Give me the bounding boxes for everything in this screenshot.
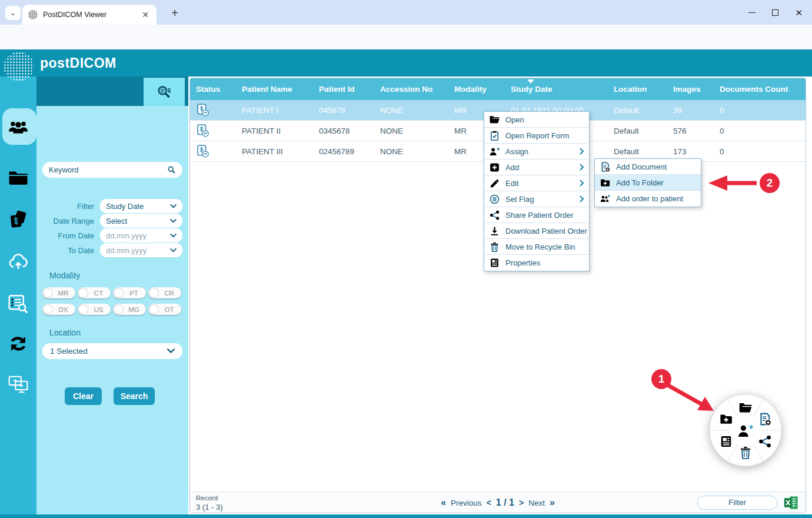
toggle-knob [149, 305, 158, 314]
radial-assign-person-icon[interactable] [738, 423, 753, 439]
cell-images: 576 [667, 121, 714, 141]
submenu-item-add-order-to-patient[interactable]: Add order to patient [595, 191, 701, 207]
menu-item-edit[interactable]: Edit [484, 175, 589, 191]
next-page-button[interactable]: Next [528, 499, 545, 507]
menu-item-download-patient-order[interactable]: Download Patient Order [484, 223, 589, 239]
from-date-select[interactable]: dd.mm.yyyy [100, 228, 182, 243]
column-header-accession-no[interactable]: Accession No [374, 78, 448, 100]
modality-toggle-us[interactable]: US [78, 304, 111, 315]
menu-item-assign[interactable]: Assign [484, 144, 589, 160]
toggle-knob [114, 305, 123, 314]
radial-add-to-folder-icon[interactable] [720, 413, 733, 426]
tab-advanced-search[interactable] [144, 78, 185, 106]
modality-toggle-mg[interactable]: MG [113, 304, 146, 315]
share-icon [490, 210, 500, 220]
menu-item-open[interactable]: Open [484, 112, 589, 128]
folder-open-icon [490, 115, 500, 125]
keyword-input[interactable] [49, 165, 167, 174]
filter-button[interactable]: Filter [697, 496, 777, 510]
to-date-value: dd.mm.yyyy [106, 246, 170, 255]
modality-pt-label: PT [123, 290, 145, 297]
first-page-icon[interactable]: « [441, 497, 446, 508]
menu-item-add[interactable]: Add [484, 160, 589, 175]
column-header-status[interactable]: Status [190, 78, 236, 100]
sidebar-item-folders[interactable] [8, 168, 28, 188]
radial-share-icon[interactable] [758, 435, 771, 448]
menu-item-share-patient-order[interactable]: Share Patient Order [484, 207, 589, 223]
radial-trash-icon[interactable] [739, 446, 752, 459]
last-page-icon[interactable]: » [550, 497, 555, 508]
sidebar-item-studies[interactable] [8, 210, 28, 230]
clear-button[interactable]: Clear [65, 387, 102, 405]
next-page-icon[interactable]: > [519, 498, 524, 507]
modality-toggle-cr[interactable]: CR [148, 287, 181, 298]
cell-images: 39 [667, 100, 714, 120]
modality-toggle-ot[interactable]: OT [148, 304, 181, 315]
cell-accession-no: NONE [374, 121, 448, 141]
modality-toggle-mr[interactable]: MR [42, 287, 75, 298]
location-select[interactable]: 1 Selected [42, 343, 182, 359]
previous-page-icon[interactable]: < [487, 498, 491, 507]
sort-descending-icon [527, 79, 534, 84]
window-controls: ✕ [748, 0, 812, 25]
sidebar-item-upload[interactable] [8, 251, 28, 271]
column-header-patient-id[interactable]: Patient Id [313, 78, 374, 100]
browser-toolbar: ← → ↻ germany.postdicom.com/Viewer/Main … [0, 25, 812, 49]
location-value: 1 Selected [50, 347, 167, 356]
search-panel: Search Filter Study Date Date Range Sele… [36, 77, 188, 514]
new-tab-button[interactable]: + [167, 5, 183, 22]
export-excel-icon[interactable] [784, 495, 798, 510]
cell-documents: 0 [714, 141, 806, 161]
modality-ot-label: OT [158, 306, 180, 313]
sidebar-item-order-list[interactable] [8, 294, 28, 314]
sidebar-item-patients[interactable] [8, 117, 28, 137]
study-status-icon [196, 124, 210, 138]
postdicom-logo: postDICOM [40, 55, 117, 71]
window-close-button[interactable]: ✕ [795, 8, 803, 17]
toggle-knob [44, 305, 52, 314]
submenu-item-add-document[interactable]: Add Document [595, 159, 701, 175]
column-header-study-date[interactable]: Study Date [505, 78, 608, 100]
modality-toggle-pt[interactable]: PT [113, 287, 146, 298]
modality-toggle-ct[interactable]: CT [78, 287, 111, 298]
tab-close-icon[interactable]: ✕ [140, 10, 151, 19]
search-button[interactable]: Search [114, 387, 155, 405]
sidebar-item-sync[interactable] [8, 334, 28, 354]
column-header-documents-count[interactable]: Documents Count [714, 78, 806, 100]
menu-item-set-flag[interactable]: Set Flag [484, 191, 589, 207]
column-header-images[interactable]: Images [667, 78, 714, 100]
previous-page-button[interactable]: Previous [451, 499, 482, 507]
record-range: 3 (1 - 3) [196, 503, 223, 513]
modality-us-label: US [88, 306, 109, 313]
date-range-select[interactable]: Select [100, 214, 182, 228]
sidebar [0, 77, 36, 514]
menu-item-move-to-recycle-bin[interactable]: Move to Recycle Bin [484, 239, 589, 255]
table-footer: Record 3 (1 - 3) « Previous < 1 / 1 > Ne… [190, 492, 806, 513]
filter-row: Filter Study Date [36, 199, 188, 214]
download-icon [490, 226, 500, 236]
keyword-field[interactable] [42, 162, 182, 178]
radial-open-folder-icon[interactable] [739, 401, 752, 414]
browser-tab[interactable]: PostDICOM Viewer ✕ [22, 5, 157, 25]
modality-toggle-dx[interactable]: DX [42, 304, 75, 315]
annotation-step-2-badge: 2 [760, 173, 780, 193]
radial-properties-icon[interactable] [720, 435, 733, 448]
modality-cr-label: CR [158, 290, 180, 297]
record-count: Record 3 (1 - 3) [196, 494, 223, 513]
column-header-patient-name[interactable]: Patient Name [236, 78, 313, 100]
to-date-select[interactable]: dd.mm.yyyy [100, 243, 182, 257]
trash-icon [490, 242, 500, 252]
maximize-button[interactable] [772, 9, 778, 16]
column-header-modality[interactable]: Modality [448, 78, 505, 100]
submenu-item-add-to-folder[interactable]: Add To Folder [595, 175, 701, 191]
plus-square-icon [490, 162, 500, 172]
column-header-location[interactable]: Location [608, 78, 667, 100]
minimize-button[interactable] [748, 12, 756, 13]
menu-item-open-report-form[interactable]: Open Report Form [484, 128, 589, 144]
radial-add-document-icon[interactable] [758, 413, 771, 426]
from-date-label: From Date [36, 228, 94, 243]
tab-search-button[interactable]: ⌄ [5, 6, 21, 20]
filter-select[interactable]: Study Date [100, 199, 182, 213]
sidebar-item-remote-devices[interactable] [8, 374, 28, 394]
menu-item-properties[interactable]: Properties [484, 255, 589, 271]
